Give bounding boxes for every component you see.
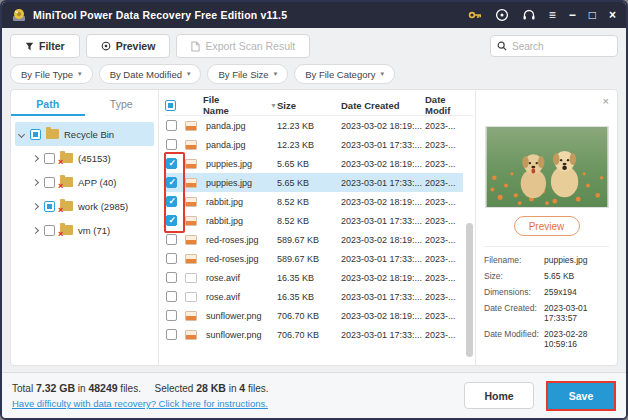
image-file-icon	[185, 197, 197, 207]
tree-item-app[interactable]: APP (40)	[29, 170, 154, 194]
row-checkbox[interactable]	[166, 253, 177, 264]
image-file-icon	[185, 178, 197, 188]
sort-arrow-icon[interactable]: ▼	[270, 102, 277, 109]
annotation-rectangle-save: Save	[546, 381, 616, 411]
file-size: 16.35 KB	[277, 273, 341, 283]
preview-image-button[interactable]: Preview	[514, 216, 580, 236]
tree-item-vm[interactable]: vm (71)	[29, 218, 154, 242]
scrollbar-thumb[interactable]	[466, 223, 473, 356]
help-link[interactable]: Have difficulty with data recovery? Clic…	[12, 398, 269, 409]
chevron-collapsed-icon[interactable]	[32, 178, 39, 185]
column-file-name[interactable]: File Name	[203, 94, 246, 116]
file-row[interactable]: red-roses.jpg 589.67 KB 2023-03-01 17:33…	[165, 249, 463, 268]
select-all-checkbox[interactable]	[165, 100, 176, 111]
file-row[interactable]: rose.avif 16.35 KB 2023-03-02 18:19:... …	[165, 268, 463, 287]
row-checkbox[interactable]	[166, 177, 177, 188]
search-input[interactable]	[512, 41, 602, 52]
file-row[interactable]: sunflower.png 706.70 KB 2023-03-01 17:33…	[165, 325, 463, 344]
headset-support-icon[interactable]	[522, 8, 536, 22]
chevron-collapsed-icon[interactable]	[32, 226, 39, 233]
column-date-created[interactable]: Date Created	[341, 100, 425, 111]
close-preview-icon[interactable]: ×	[603, 96, 609, 106]
row-checkbox[interactable]	[166, 329, 177, 340]
close-button[interactable]: ×	[609, 8, 616, 22]
tree-checkbox[interactable]	[30, 129, 41, 140]
info-value: 5.65 KB	[544, 271, 609, 281]
maximize-button[interactable]: □	[589, 8, 596, 22]
vertical-scrollbar[interactable]	[466, 146, 473, 361]
file-size: 589.67 KB	[277, 235, 341, 245]
tree-checkbox[interactable]	[44, 201, 55, 212]
file-created: 2023-03-02 18:19:...	[341, 121, 425, 131]
file-row[interactable]: puppies.jpg 5.65 KB 2023-03-02 18:19:...…	[165, 154, 463, 173]
chevron-down-icon: ▾	[78, 70, 82, 78]
filter-by-file-type[interactable]: By File Type ▾	[10, 64, 93, 84]
tree-item-label: work (2985)	[78, 201, 128, 212]
filter-by-date-modified[interactable]: By Date Modified ▾	[99, 64, 202, 84]
column-size[interactable]: Size	[277, 100, 341, 111]
tree-item-label: (45153)	[78, 153, 111, 164]
save-button[interactable]: Save	[548, 383, 614, 409]
file-row-selected[interactable]: puppies.jpg 5.65 KB 2023-03-01 17:33:...…	[165, 173, 463, 192]
preview-button[interactable]: Preview	[86, 34, 171, 58]
export-scan-result-button[interactable]: Export Scan Result	[176, 34, 310, 58]
row-checkbox[interactable]	[166, 310, 177, 321]
chevron-collapsed-icon[interactable]	[32, 154, 39, 161]
file-row[interactable]: panda.jpg 12.23 KB 2023-03-01 17:33:... …	[165, 135, 463, 154]
tree-checkbox[interactable]	[44, 153, 55, 164]
row-checkbox[interactable]	[166, 139, 177, 150]
tree-checkbox[interactable]	[44, 177, 55, 188]
license-key-icon[interactable]	[468, 8, 482, 22]
file-modified: 2023-...	[425, 197, 463, 207]
file-row[interactable]: rabbit.jpg 8.52 KB 2023-03-02 18:19:... …	[165, 192, 463, 211]
chip-label: By File Category	[305, 69, 375, 80]
column-date-modified[interactable]: Date Modif	[425, 94, 463, 116]
chevron-collapsed-icon[interactable]	[32, 202, 39, 209]
file-size: 8.52 KB	[277, 216, 341, 226]
search-box[interactable]	[490, 35, 618, 57]
row-checkbox[interactable]	[166, 272, 177, 283]
tab-type[interactable]: Type	[85, 94, 159, 116]
sidebar: Path Type Recycle Bin (45153)	[11, 90, 159, 365]
row-checkbox[interactable]	[166, 196, 177, 207]
filter-by-file-size[interactable]: By File Size ▾	[207, 64, 288, 84]
file-row[interactable]: panda.jpg 12.23 KB 2023-03-02 18:19:... …	[165, 116, 463, 135]
status-bar: Total 7.32 GB in 48249 files. Selected 2…	[2, 372, 626, 418]
info-dimensions: Dimensions: 259x194	[484, 287, 609, 297]
file-modified: 2023-...	[425, 235, 463, 245]
tree-item-work[interactable]: work (2985)	[29, 194, 154, 218]
image-file-icon	[185, 121, 197, 131]
image-file-icon	[185, 330, 197, 340]
filter-label: Filter	[39, 40, 65, 52]
tree-item-45153[interactable]: (45153)	[29, 146, 154, 170]
filter-button[interactable]: Filter	[10, 34, 80, 58]
home-button[interactable]: Home	[464, 382, 534, 409]
tree-item-label: APP (40)	[78, 177, 116, 188]
row-checkbox[interactable]	[166, 234, 177, 245]
deleted-folder-icon	[60, 225, 73, 235]
row-checkbox[interactable]	[166, 120, 177, 131]
file-created: 2023-03-01 17:33:...	[341, 140, 425, 150]
tree-item-recycle-bin[interactable]: Recycle Bin	[15, 122, 154, 146]
file-row[interactable]: red-roses.jpg 589.67 KB 2023-03-02 18:19…	[165, 230, 463, 249]
row-checkbox[interactable]	[166, 291, 177, 302]
chevron-expanded-icon[interactable]	[18, 130, 25, 137]
filter-by-file-category[interactable]: By File Category ▾	[294, 64, 395, 84]
disc-icon[interactable]	[495, 8, 509, 22]
row-checkbox[interactable]	[166, 158, 177, 169]
tree-checkbox[interactable]	[44, 225, 55, 236]
row-checkbox[interactable]	[166, 215, 177, 226]
folder-icon	[46, 129, 59, 139]
tab-path[interactable]: Path	[11, 94, 85, 116]
file-row[interactable]: rabbit.jpg 8.52 KB 2023-03-01 17:33:... …	[165, 211, 463, 230]
minimize-button[interactable]: −	[569, 8, 576, 22]
file-row[interactable]: sunflower.png 706.70 KB 2023-03-02 18:19…	[165, 306, 463, 325]
chip-label: By Date Modified	[110, 69, 182, 80]
file-name: panda.jpg	[203, 121, 277, 131]
toolbar: Filter Preview Export Scan Result	[2, 31, 626, 61]
menu-icon[interactable]: ≡	[549, 8, 556, 22]
file-list: File Name ▼ Size Date Created Date Modif…	[159, 90, 475, 365]
file-row[interactable]: rose.avif 16.35 KB 2023-03-01 17:33:... …	[165, 287, 463, 306]
info-date-modified: Date Modified: 2023-02-28 10:59:16	[484, 329, 609, 349]
chip-label: By File Size	[218, 69, 268, 80]
